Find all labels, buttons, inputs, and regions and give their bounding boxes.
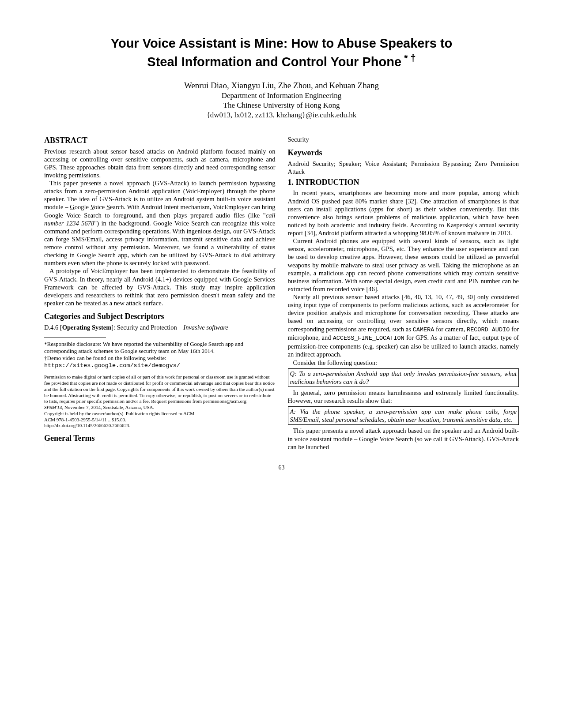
permission-isbn: ACM 978-1-4503-2955-5/14/11 ...$15.00. <box>44 417 276 423</box>
intro-para-3: Nearly all previous sensor based attacks… <box>288 293 519 359</box>
intro-para-6: This paper presents a novel attack appro… <box>288 427 519 450</box>
title-line-2: Steal Information and Control Your Phone <box>147 54 401 68</box>
answer-box: A: Via the phone speaker, a zero-permiss… <box>288 406 519 425</box>
abstract-para-2: This paper presents a novel approach (GV… <box>44 179 276 267</box>
title-footnote-marks: * † <box>401 53 416 64</box>
categories-heading: Categories and Subject Descriptors <box>44 311 276 322</box>
permission-text: Permission to make digital or hard copie… <box>44 374 276 405</box>
question-box: Q: To a zero-permission Android app that… <box>288 368 519 387</box>
paper-title: Your Voice Assistant is Mine: How to Abu… <box>44 35 519 70</box>
author-list: Wenrui Diao, Xiangyu Liu, Zhe Zhou, and … <box>44 81 519 90</box>
abstract-para-1: Previous research about sensor based att… <box>44 147 276 180</box>
keywords-heading: Keywords <box>288 148 519 158</box>
categories-text: D.4.6 [Operating System]: Security and P… <box>44 323 276 331</box>
abstract-heading: ABSTRACT <box>44 135 276 146</box>
page-number: 63 <box>44 464 519 471</box>
intro-para-4: Consider the following question: <box>288 359 519 367</box>
footnote-star: *Responsible disclosure: We have reporte… <box>44 341 276 355</box>
affiliation-dept: Department of Information Engineering <box>44 91 519 100</box>
footnote-separator <box>44 338 106 338</box>
keywords-text: Android Security; Speaker; Voice Assista… <box>288 160 519 176</box>
intro-para-1: In recent years, smartphones are becomin… <box>288 189 519 237</box>
author-emails: {dw013, lx012, zz113, khzhang}@ie.cuhk.e… <box>44 111 519 120</box>
two-column-body: ABSTRACT Previous research about sensor … <box>44 135 519 451</box>
permission-venue: SPSM'14, November 7, 2014, Scottsdale, A… <box>44 405 276 411</box>
permission-doi: http://dx.doi.org/10.1145/2666620.266662… <box>44 423 276 429</box>
intro-para-5: In general, zero permission means harmle… <box>288 389 519 405</box>
abstract-para-3: A prototype of VoicEmployer has been imp… <box>44 267 276 307</box>
footnote-dagger: †Demo video can be found on the followin… <box>44 355 276 370</box>
title-line-1: Your Voice Assistant is Mine: How to Abu… <box>111 36 453 50</box>
general-terms-text: Security <box>288 135 519 143</box>
general-terms-heading: General Terms <box>44 433 276 443</box>
permission-copyright: Copyright is held by the owner/author(s)… <box>44 411 276 417</box>
affiliation-univ: The Chinese University of Hong Kong <box>44 101 519 110</box>
permission-block: Permission to make digital or hard copie… <box>44 374 276 429</box>
introduction-heading: 1. INTRODUCTION <box>288 177 519 188</box>
intro-para-2: Current Android phones are equipped with… <box>288 237 519 293</box>
